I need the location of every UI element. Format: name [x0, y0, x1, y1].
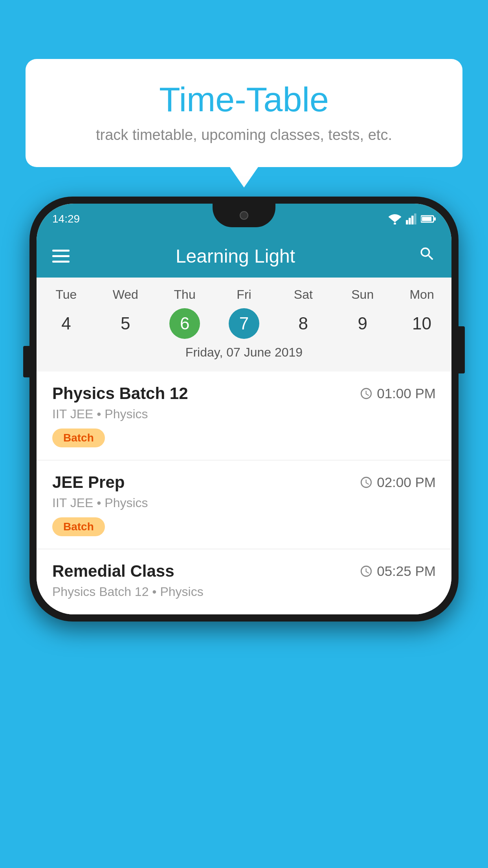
schedule-item-1-time: 01:00 PM — [360, 386, 436, 401]
schedule-item-2-subject: IIT JEE • Physics — [52, 496, 436, 510]
schedule-item-2-header: JEE Prep 02:00 PM — [52, 473, 436, 492]
search-button[interactable] — [418, 245, 436, 267]
date-4[interactable]: 4 — [37, 308, 96, 339]
bubble-card: Time-Table track timetable, upcoming cla… — [26, 59, 462, 167]
bubble-title: Time-Table — [49, 81, 439, 119]
status-time: 14:29 — [52, 213, 80, 225]
clock-icon-1 — [360, 387, 373, 400]
calendar-strip: Tue Wed Thu Fri Sat Sun Mon 4 5 6 7 8 9 … — [37, 278, 451, 371]
bubble-subtitle: track timetable, upcoming classes, tests… — [49, 127, 439, 143]
date-10[interactable]: 10 — [392, 308, 451, 339]
schedule-item-2[interactable]: JEE Prep 02:00 PM IIT JEE • Physics Batc… — [37, 460, 451, 549]
schedule-item-3-subject: Physics Batch 12 • Physics — [52, 585, 436, 599]
phone-screen: 14:29 — [37, 204, 451, 614]
day-sun: Sun — [333, 287, 392, 302]
date-6-today[interactable]: 6 — [169, 308, 200, 339]
day-wed: Wed — [96, 287, 155, 302]
svg-rect-4 — [414, 213, 416, 224]
schedule-list: Physics Batch 12 01:00 PM IIT JEE • Phys… — [37, 371, 451, 614]
schedule-item-3-time: 05:25 PM — [360, 563, 436, 579]
svg-rect-7 — [434, 217, 436, 221]
day-thu: Thu — [155, 287, 215, 302]
clock-icon-3 — [360, 565, 373, 578]
app-bar: Learning Light — [37, 234, 451, 278]
svg-rect-3 — [411, 216, 414, 224]
schedule-item-2-badge: Batch — [52, 517, 105, 536]
hamburger-button[interactable] — [52, 250, 70, 263]
svg-rect-2 — [409, 218, 411, 224]
schedule-item-2-title: JEE Prep — [52, 473, 125, 492]
day-sat: Sat — [273, 287, 333, 302]
schedule-item-3[interactable]: Remedial Class 05:25 PM Physics Batch 12… — [37, 549, 451, 614]
battery-icon — [421, 213, 436, 224]
schedule-item-1-title: Physics Batch 12 — [52, 384, 188, 403]
day-fri: Fri — [215, 287, 274, 302]
phone-mockup: 14:29 — [29, 197, 459, 622]
date-5[interactable]: 5 — [96, 308, 155, 339]
day-numbers: 4 5 6 7 8 9 10 — [37, 308, 451, 339]
date-8[interactable]: 8 — [273, 308, 333, 339]
day-mon: Mon — [392, 287, 451, 302]
notch — [213, 204, 275, 227]
signal-icon — [405, 213, 418, 224]
speech-bubble: Time-Table track timetable, upcoming cla… — [26, 59, 462, 167]
schedule-item-2-time: 02:00 PM — [360, 474, 436, 490]
svg-rect-1 — [406, 220, 408, 224]
app-title: Learning Light — [70, 245, 418, 267]
day-headers: Tue Wed Thu Fri Sat Sun Mon — [37, 287, 451, 302]
schedule-item-1[interactable]: Physics Batch 12 01:00 PM IIT JEE • Phys… — [37, 371, 451, 460]
date-9[interactable]: 9 — [333, 308, 392, 339]
schedule-item-1-badge: Batch — [52, 428, 105, 447]
status-icons — [388, 213, 436, 224]
date-7-selected[interactable]: 7 — [229, 308, 259, 339]
status-bar: 14:29 — [37, 204, 451, 234]
camera — [240, 211, 248, 220]
svg-point-0 — [394, 223, 396, 224]
schedule-item-3-title: Remedial Class — [52, 562, 174, 581]
phone-outer: 14:29 — [29, 197, 459, 622]
schedule-item-3-header: Remedial Class 05:25 PM — [52, 562, 436, 581]
schedule-item-1-header: Physics Batch 12 01:00 PM — [52, 384, 436, 403]
wifi-icon — [388, 213, 402, 224]
schedule-item-1-subject: IIT JEE • Physics — [52, 407, 436, 421]
svg-rect-6 — [422, 217, 431, 221]
clock-icon-2 — [360, 476, 373, 489]
day-tue: Tue — [37, 287, 96, 302]
selected-date-label: Friday, 07 June 2019 — [37, 339, 451, 364]
